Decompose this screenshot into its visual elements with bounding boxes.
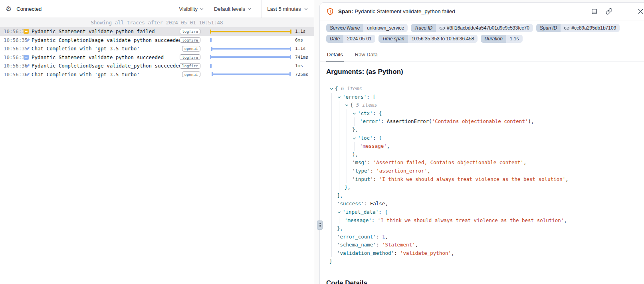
duration-tick — [210, 38, 212, 42]
indent-guide — [331, 200, 337, 208]
collapse-caret[interactable] — [345, 101, 350, 109]
panel-splitter-handle[interactable] — [317, 220, 323, 230]
code-token-p: }, — [337, 224, 343, 233]
trace-row-message: Chat Completion with 'gpt-3.5-turbo' — [32, 71, 182, 77]
trace-row-duration: 6ms — [292, 38, 314, 43]
code-token-d: : — [376, 233, 382, 241]
code-token-d: : — [376, 241, 382, 249]
collapse-caret[interactable] — [329, 85, 335, 93]
attribute-badge: Date2024-05-01 — [326, 35, 375, 43]
badge-value: 10:56:35.353 to 10:56:36.458 — [408, 35, 478, 43]
time-range-dropdown[interactable]: Last 5 minutes — [262, 0, 314, 18]
trace-row[interactable]: 10:56:36Pydantic CompletionUsage validat… — [0, 62, 314, 70]
trace-row-time: 10:56:35 — [0, 46, 23, 52]
trace-row[interactable]: 10:56:36Pydantic Statement validate_pyth… — [0, 53, 314, 62]
warning-shield-icon — [326, 8, 334, 16]
code-token-d: : — [373, 175, 379, 184]
collapse-caret[interactable] — [337, 208, 343, 216]
indent-guide — [331, 175, 337, 184]
trace-row-tag: logfire — [180, 37, 200, 43]
code-token-d: : — [372, 216, 378, 225]
tab-details[interactable]: Details — [326, 48, 344, 62]
indent-guide — [354, 117, 360, 126]
trace-list-header: Showing all traces after 2024-05-01 10:5… — [0, 18, 314, 27]
code-token-d: , — [415, 241, 418, 249]
code-token-s: 'message' — [360, 142, 387, 151]
tab-raw-data[interactable]: Raw Data — [354, 48, 378, 62]
close-icon[interactable] — [637, 8, 644, 15]
code-token-d: : — [373, 134, 379, 143]
indent-guide — [347, 159, 352, 167]
badge-value-text: unknown_service — [367, 25, 404, 31]
code-line: }, — [326, 126, 644, 134]
trace-row-tag: openai — [182, 46, 200, 52]
timeline-bar-zone — [204, 27, 292, 36]
visibility-dropdown[interactable]: Visibility — [179, 6, 204, 12]
trace-row-message: Pydantic CompletionUsage validate_python… — [32, 37, 180, 43]
dock-bottom-icon[interactable] — [591, 8, 598, 15]
attribute-badge: Time span10:56:35.353 to 10:56:36.458 — [378, 35, 478, 43]
copy-link-icon[interactable] — [606, 8, 612, 15]
code-token-p: ), — [352, 151, 358, 159]
code-token-d: : — [370, 167, 376, 175]
duration-bar — [210, 30, 291, 34]
collapse-caret[interactable] — [352, 109, 358, 118]
code-token-d: : AssertionError( — [381, 117, 432, 126]
trace-row[interactable]: 10:56:35Chat Completion with 'gpt-3.5-tu… — [0, 44, 314, 53]
trace-row[interactable]: 10:56:35Pydantic CompletionUsage validat… — [0, 36, 314, 45]
code-token-k: 'errors' — [343, 93, 367, 101]
collapse-caret[interactable] — [337, 93, 343, 101]
default-levels-dropdown[interactable]: Default levels — [214, 6, 252, 12]
indent-guide — [339, 151, 345, 159]
span-title: Span: Pydantic Statement validate_python… — [338, 8, 455, 14]
indent-guide — [331, 109, 337, 118]
code-line: 'message': 'I think we should always tre… — [326, 216, 644, 225]
badge-value[interactable]: #cc89a295db1b7109 — [561, 24, 620, 32]
trace-row[interactable]: 10:56:35Pydantic Statement validate_pyth… — [0, 27, 314, 36]
badge-row: Service Nameunknown_serviceTrace ID#3ff1… — [326, 24, 644, 32]
indent-guide — [347, 175, 352, 184]
debug-diamond-icon — [23, 63, 29, 69]
code-token-k: 'loc' — [358, 134, 373, 143]
indent-guide — [331, 126, 337, 134]
code-token-k: 'type' — [352, 167, 370, 175]
code-details-heading: Code Details — [326, 279, 644, 284]
trace-row-message: Chat Completion with 'gpt-3.5-turbo' — [32, 46, 182, 52]
caret-down-icon — [352, 111, 357, 116]
code-token-s: 'Statement' — [382, 241, 415, 249]
trace-row-message: Pydantic CompletionUsage validate_python… — [32, 63, 180, 69]
code-token-d: , — [387, 142, 390, 151]
settings-gear-icon[interactable]: ⚙ — [6, 6, 12, 12]
indent-guide — [331, 208, 337, 216]
duration-bar — [210, 55, 291, 59]
duration-bar-part — [210, 31, 291, 32]
link-icon — [564, 26, 569, 31]
chevron-down-icon — [199, 6, 204, 12]
detail-tabs: DetailsRaw Data — [320, 48, 644, 62]
trace-row-time: 10:56:36 — [0, 54, 23, 60]
code-line: 'error': AssertionError('Contains object… — [326, 117, 644, 126]
indent-guide — [347, 167, 352, 175]
indent-guide — [339, 216, 345, 225]
code-token-p: { — [384, 208, 388, 216]
code-token-d: , — [385, 233, 388, 241]
code-token-d: , — [565, 175, 569, 184]
duration-tick — [210, 64, 212, 68]
collapse-caret[interactable] — [352, 134, 358, 143]
grip-dots-icon — [319, 223, 321, 227]
code-line: 'error_count': 1, — [326, 233, 644, 241]
duration-bar — [212, 72, 291, 76]
indent-guide — [347, 109, 352, 118]
code-token-s: 'Contains objectionable content' — [432, 117, 528, 126]
span-detail-panel: Span: Pydantic Statement validate_python… — [319, 2, 644, 284]
code-token-p: { — [379, 109, 382, 118]
duration-bar-part — [212, 73, 291, 75]
badge-value[interactable]: #3ff16acbdde4a547b01d9c9c533fcc70 — [436, 24, 533, 32]
code-token-d: , — [427, 167, 430, 175]
trace-row[interactable]: 10:56:36Chat Completion with 'gpt-3.5-tu… — [0, 70, 314, 79]
code-line: 'errors': [ — [326, 93, 644, 101]
duration-bar-part — [290, 55, 291, 59]
connection-status: Connected — [16, 6, 42, 12]
indent-guide — [331, 233, 337, 241]
code-line: 'type': 'assertion_error', — [326, 167, 644, 175]
